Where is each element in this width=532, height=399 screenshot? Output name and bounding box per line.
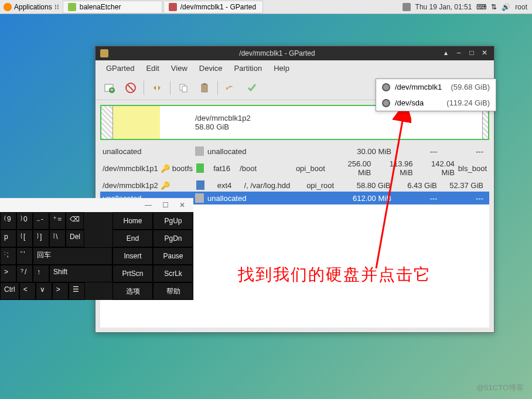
table-row[interactable]: /dev/mmcblk1p2 🔑 ext4 /, /var/log.hdd op… xyxy=(100,179,489,192)
tray-icon[interactable] xyxy=(403,3,411,11)
device-option-mmcblk1[interactable]: /dev/mmcblk1 (59.68 GiB) xyxy=(376,79,496,95)
maximize-button[interactable]: □ xyxy=(467,49,476,58)
osk-key[interactable]: PrtScn xyxy=(112,265,153,282)
svg-rect-7 xyxy=(202,84,207,92)
osk-key[interactable]: Ctrl xyxy=(0,282,19,300)
undo-button[interactable] xyxy=(223,80,239,96)
fs-type: ext4 xyxy=(208,181,240,190)
used: --- xyxy=(395,147,438,156)
osk-key[interactable]: "' xyxy=(16,247,33,265)
separator xyxy=(144,81,144,95)
osk-key[interactable]: > xyxy=(52,282,69,300)
lock-icon: 🔑 xyxy=(161,181,170,190)
osk-key[interactable]: 帮助 xyxy=(153,282,193,300)
flags: bls_boot xyxy=(458,164,487,173)
osk-key[interactable]: 回车 xyxy=(33,247,112,265)
menu-view[interactable]: View xyxy=(165,63,193,74)
osk-key[interactable]: Shift xyxy=(49,265,112,282)
separator xyxy=(170,81,170,95)
keyboard-icon[interactable]: ⌨ xyxy=(476,3,486,11)
osk-key[interactable]: End xyxy=(112,230,153,247)
label: opi_root xyxy=(306,181,344,190)
partition-name: /dev/mmcblk1p1 xyxy=(103,164,158,173)
disk-icon xyxy=(382,99,390,107)
user-label: root xyxy=(515,3,527,11)
device-option-sda[interactable]: /dev/sda (119.24 GiB) xyxy=(376,95,496,111)
osk-key[interactable]: {[ xyxy=(16,230,33,247)
rollup-button[interactable]: ▴ xyxy=(441,49,451,58)
osk-key[interactable]: ⌫ xyxy=(66,212,84,230)
size: 256.00 MiB xyxy=(333,159,371,177)
paste-button[interactable] xyxy=(196,80,213,96)
osk-key[interactable]: Del xyxy=(66,230,84,247)
osk-key[interactable]: > xyxy=(0,265,16,282)
osk-key[interactable]: < xyxy=(19,282,36,300)
osk-key[interactable]: )0 xyxy=(16,212,33,230)
applications-menu[interactable]: Applications ⁝⁝ xyxy=(0,3,63,11)
osk-titlebar[interactable]: — ☐ ✕ xyxy=(0,198,193,212)
network-icon[interactable]: ⇅ xyxy=(491,3,497,11)
osk-key[interactable]: Insert xyxy=(112,247,153,265)
osk-key[interactable]: PgDn xyxy=(153,230,193,247)
osk-key[interactable]: ☰ xyxy=(69,282,85,300)
osk-key[interactable]: (9 xyxy=(0,212,16,230)
osk-key[interactable]: ∨ xyxy=(36,282,52,300)
osk-key[interactable]: p xyxy=(0,230,16,247)
fs-type: unallocated xyxy=(207,147,243,156)
menu-edit[interactable]: Edit xyxy=(140,63,165,74)
resize-button[interactable] xyxy=(149,80,165,96)
taskbar-item-etcher[interactable]: balenaEtcher xyxy=(63,1,162,13)
disk-icon xyxy=(382,83,390,91)
osk-key[interactable]: Home xyxy=(112,212,153,230)
osk-key[interactable]: += xyxy=(49,212,66,230)
minimize-button[interactable]: – xyxy=(454,49,463,58)
copy-button[interactable] xyxy=(175,80,192,96)
osk-key[interactable]: _- xyxy=(33,212,49,230)
close-button[interactable]: ✕ xyxy=(480,49,489,58)
osk-key[interactable]: ScrLk xyxy=(153,265,193,282)
taskbar-item-gparted[interactable]: /dev/mmcblk1 - GParted xyxy=(163,1,263,13)
menu-partition[interactable]: Partition xyxy=(229,63,268,74)
label: opi_boot xyxy=(296,164,329,173)
osk-minimize[interactable]: — xyxy=(145,201,152,209)
menu-help[interactable]: Help xyxy=(268,63,295,74)
delete-button[interactable] xyxy=(122,80,139,96)
menu-device[interactable]: Device xyxy=(193,63,229,74)
osk-key[interactable]: |\ xyxy=(49,230,66,247)
menu-gparted[interactable]: GParted xyxy=(100,63,140,74)
mount: /boot xyxy=(240,164,292,173)
device-name: /dev/sda xyxy=(395,98,442,107)
fs-type: unallocated xyxy=(207,194,243,203)
osk-key[interactable]: 选项 xyxy=(112,282,153,300)
clock: Thu 19 Jan, 01:51 xyxy=(415,3,472,11)
osk-maximize[interactable]: ☐ xyxy=(162,201,169,209)
partition-viz-size: 58.80 GiB xyxy=(195,122,251,131)
watermark: @51CTO博客 xyxy=(476,383,524,393)
volume-icon[interactable]: 🔊 xyxy=(502,3,510,11)
table-row[interactable]: unallocated unallocated 30.00 MiB --- --… xyxy=(100,145,489,158)
svg-rect-8 xyxy=(203,83,206,85)
osk-key[interactable]: ↑ xyxy=(33,265,49,282)
apply-button[interactable] xyxy=(244,80,260,96)
unused: 142.04 MiB xyxy=(417,159,455,177)
table-row[interactable]: /dev/mmcblk1p1 🔑 bootfs fat16 /boot opi_… xyxy=(100,158,489,179)
titlebar[interactable]: /dev/mmcblk1 - GParted ▴ – □ ✕ xyxy=(96,46,494,60)
fs-type: fat16 xyxy=(207,164,236,173)
partition-name: unallocated xyxy=(103,147,142,156)
window-icon xyxy=(100,49,108,57)
osk-close[interactable]: ✕ xyxy=(179,201,185,209)
partition-label: bootfs xyxy=(172,164,193,173)
osk-key[interactable]: PgUp xyxy=(153,212,193,230)
menubar: GParted Edit View Device Partition Help xyxy=(96,60,494,76)
osk-key[interactable]: }] xyxy=(33,230,49,247)
taskbar: balenaEtcher /dev/mmcblk1 - GParted xyxy=(63,1,398,13)
system-tray: Thu 19 Jan, 01:51 ⌨ ⇅ 🔊 root xyxy=(398,3,532,11)
osk-key[interactable]: ?/ xyxy=(16,265,33,282)
fs-color-icon xyxy=(196,180,205,190)
osk-key[interactable]: Pause xyxy=(153,247,193,265)
osk-key[interactable]: :; xyxy=(0,247,16,265)
fs-color-icon xyxy=(196,163,204,173)
mount: /, /var/log.hdd xyxy=(244,181,303,190)
used: 6.43 GiB xyxy=(394,181,436,190)
new-partition-button[interactable]: + xyxy=(101,80,118,96)
